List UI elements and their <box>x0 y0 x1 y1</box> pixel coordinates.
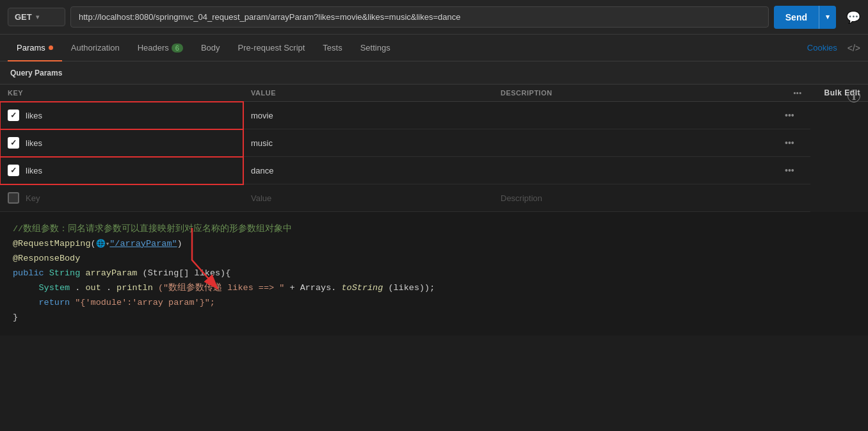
method-chevron: ▾ <box>36 13 39 20</box>
code-line-request-mapping: @RequestMapping(🌐▾"/arrayParam") <box>13 237 855 252</box>
code-type-string: String <box>49 268 81 278</box>
send-label: Send <box>774 12 819 22</box>
empty-key-cell: Key <box>0 184 243 212</box>
code-tostring: toString <box>341 283 383 293</box>
row-3-dots[interactable]: ••• <box>785 157 810 184</box>
tab-params[interactable]: Params <box>8 35 62 61</box>
row-1-key-cell: likes <box>0 102 243 129</box>
tab-tests-label: Tests <box>323 43 342 53</box>
row-1-value-cell: movie <box>243 102 493 129</box>
row-3-key: likes <box>26 166 42 175</box>
empty-row-checkbox[interactable] <box>8 192 19 204</box>
empty-key-placeholder: Key <box>26 193 40 203</box>
code-out: out <box>85 283 100 293</box>
code-line-close: } <box>13 311 855 325</box>
row-2-key-cell: likes <box>0 129 243 157</box>
tab-pre-request-label: Pre-request Script <box>238 43 305 53</box>
send-chevron-icon: ▾ <box>819 6 836 29</box>
tabs-bar: Params Authorization Headers 6 Body Pre-… <box>0 35 868 61</box>
code-params: (String[] likes){ <box>143 268 231 278</box>
table-row: likesdance••• <box>0 157 868 184</box>
url-input[interactable] <box>70 6 769 28</box>
empty-value-cell: Value <box>243 184 493 212</box>
info-icon[interactable]: ℹ <box>848 90 860 102</box>
code-annotation-responsebody: @ResponseBody <box>13 254 80 263</box>
table-row: likesmovie••• <box>0 102 868 129</box>
tab-body-label: Body <box>201 43 220 53</box>
code-likes-end: (likes)); <box>388 283 435 293</box>
row-2-dots[interactable]: ••• <box>785 129 810 157</box>
code-array-param-link[interactable]: "/arrayParam" <box>109 239 177 248</box>
table-row: likesmusic••• <box>0 129 868 157</box>
info-icon-wrap: ℹ <box>848 90 860 102</box>
code-system: System <box>39 283 70 293</box>
comment-icon[interactable]: 💬 <box>846 10 860 24</box>
code-keyword-public: public <box>13 268 44 278</box>
code-globe-icon: 🌐 <box>96 240 106 248</box>
code-paren-close: ) <box>177 239 182 248</box>
table-empty-row: KeyValueDescription <box>0 184 868 212</box>
row-1-desc-cell <box>493 102 785 129</box>
params-dot <box>49 45 53 50</box>
code-indent1 <box>13 283 33 293</box>
code-annotation-requestmapping: @RequestMapping <box>13 239 91 248</box>
row-3-checkbox[interactable] <box>8 165 19 176</box>
empty-desc-placeholder: Description <box>493 187 785 209</box>
row-1-value: movie <box>243 104 281 127</box>
code-icon[interactable]: </> <box>848 43 860 53</box>
code-method-arrayparam: arrayParam <box>85 268 137 278</box>
row-1-dots[interactable]: ••• <box>785 102 810 129</box>
col-header-value: VALUE <box>243 85 493 102</box>
tab-params-label: Params <box>17 43 45 53</box>
code-line-method-signature: public String arrayParam (String[] likes… <box>13 266 855 281</box>
row-dots-icon[interactable]: ••• <box>785 138 794 148</box>
code-keyword-return: return <box>39 298 70 307</box>
tab-tests[interactable]: Tests <box>314 35 351 61</box>
code-println: println <box>117 283 153 293</box>
tab-settings[interactable]: Settings <box>351 35 399 61</box>
tab-pre-request[interactable]: Pre-request Script <box>229 35 314 61</box>
table-header-row: KEY VALUE DESCRIPTION ••• Bulk Edit <box>0 85 868 102</box>
query-params-title: Query Params <box>10 69 62 77</box>
code-line-return: return "{'module':'array param'}"; <box>13 296 855 311</box>
row-2-desc-cell <box>493 129 785 157</box>
row-dots-icon[interactable]: ••• <box>785 110 794 120</box>
empty-value-placeholder: Value <box>243 187 493 209</box>
code-line-response-body: @ResponseBody <box>13 252 855 266</box>
code-section: //数组参数：同名请求参数可以直接映射到对应名称的形参数组对象中 @Reques… <box>0 212 868 336</box>
send-button[interactable]: Send ▾ <box>774 6 836 29</box>
row-2-key: likes <box>26 138 42 148</box>
tab-headers[interactable]: Headers 6 <box>129 35 192 61</box>
code-plus-arrays: + Arrays. <box>289 283 336 293</box>
tab-authorization[interactable]: Authorization <box>62 35 129 61</box>
params-table: KEY VALUE DESCRIPTION ••• Bulk Edit like… <box>0 85 868 212</box>
code-line-sysout: System . out . println ("数组参数传递 likes ==… <box>13 281 855 296</box>
code-comment-text: //数组参数：同名请求参数可以直接映射到对应名称的形参数组对象中 <box>13 224 292 234</box>
headers-badge: 6 <box>172 44 183 53</box>
row-2-checkbox[interactable] <box>8 137 19 149</box>
empty-desc-cell: Description <box>493 184 785 212</box>
code-dot1: . <box>75 283 80 293</box>
code-str-likes: ("数组参数传递 likes ==> " <box>158 283 284 293</box>
col-header-key: KEY <box>0 85 243 102</box>
row-1-checkbox[interactable] <box>8 110 19 121</box>
code-line-comment: //数组参数：同名请求参数可以直接映射到对应名称的形参数组对象中 <box>13 222 855 237</box>
col-header-description: DESCRIPTION <box>493 85 785 102</box>
row-3-key-cell: likes <box>0 157 243 184</box>
method-label: GET <box>15 12 32 22</box>
row-dots-icon[interactable]: ••• <box>785 165 794 175</box>
method-select[interactable]: GET ▾ <box>8 8 65 26</box>
tab-authorization-label: Authorization <box>71 43 120 53</box>
row-3-value: dance <box>243 159 281 182</box>
params-table-wrapper: ℹ KEY VALUE DESCRIPTION ••• Bulk Edit li… <box>0 85 868 212</box>
tab-body[interactable]: Body <box>192 35 229 61</box>
params-section-header: Query Params <box>0 61 868 85</box>
top-bar: GET ▾ Send ▾ 💬 <box>0 0 868 35</box>
row-2-value: music <box>243 132 280 154</box>
tabs-right: Cookies </> <box>807 43 860 53</box>
cookies-link[interactable]: Cookies <box>807 43 837 53</box>
code-paren-open: ( <box>91 239 96 248</box>
col-header-dots: ••• <box>785 85 810 102</box>
code-return-str: "{'module':'array param'}"; <box>75 298 215 307</box>
tab-settings-label: Settings <box>360 43 390 53</box>
